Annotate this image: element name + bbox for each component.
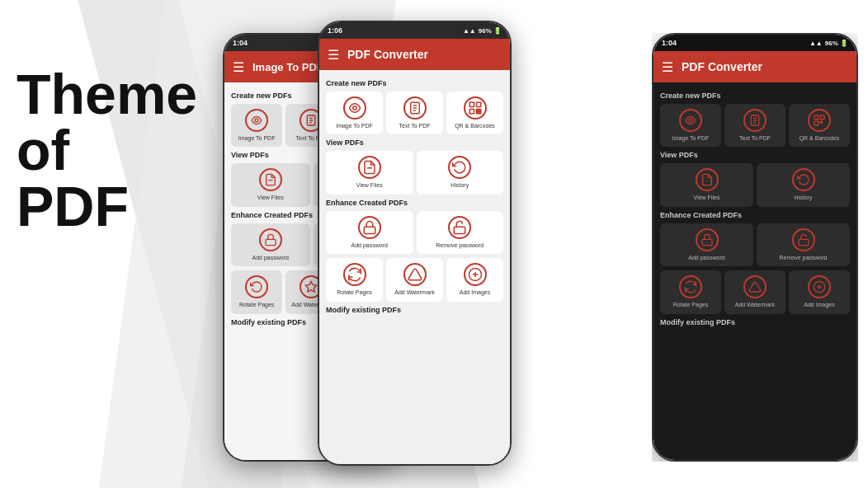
history-label-right: History bbox=[795, 195, 813, 201]
time-middle: 1:06 bbox=[328, 26, 342, 35]
add-password-icon-right bbox=[696, 228, 719, 251]
item-rotate-left[interactable]: Rotate Pages bbox=[231, 270, 282, 313]
add-images-icon-right bbox=[808, 275, 831, 298]
svg-marker-17 bbox=[306, 282, 317, 293]
watermark-icon-right bbox=[743, 275, 767, 298]
item-add-password-right[interactable]: Add password bbox=[660, 223, 753, 266]
menu-icon-middle[interactable]: ☰ bbox=[328, 47, 339, 63]
section-enhance-right: Enhance Created PDFs bbox=[660, 211, 850, 219]
grid-view-right: View Files History bbox=[660, 163, 850, 206]
section-create-middle: Create new PDFs bbox=[326, 79, 503, 87]
history-label-middle: History bbox=[451, 182, 469, 189]
battery-middle: 96% 🔋 bbox=[479, 27, 502, 35]
phone-right-screen: 1:04 ▲▲ 96% 🔋 ☰ PDF Converter Create new… bbox=[653, 35, 856, 460]
add-password-label-right: Add password bbox=[688, 255, 724, 261]
phones-container: 1:04 ▲ 96% 🔋 ☰ Image To PDF Create new P… bbox=[223, 0, 868, 488]
add-images-label-middle: Add Images bbox=[460, 289, 490, 296]
qr-label-right: QR & Barcodes bbox=[800, 135, 840, 142]
remove-password-label-middle: Remove password bbox=[436, 242, 484, 249]
item-image-pdf-right[interactable]: Image To PDF bbox=[660, 104, 721, 147]
qr-icon-right bbox=[808, 109, 831, 132]
item-watermark-right[interactable]: Add Watermark bbox=[724, 270, 785, 313]
status-icons-middle: ▲▲ 96% 🔋 bbox=[463, 27, 502, 35]
status-icons-right: ▲▲ 96% 🔋 bbox=[809, 40, 848, 47]
item-history-middle[interactable]: History bbox=[417, 151, 504, 194]
svg-point-21 bbox=[352, 106, 356, 110]
item-add-images-middle[interactable]: Add Images bbox=[446, 258, 503, 301]
item-watermark-middle[interactable]: Add Watermark bbox=[386, 258, 443, 301]
rotate-icon-left bbox=[245, 275, 268, 298]
rotate-icon-right bbox=[679, 275, 702, 298]
svg-rect-15 bbox=[266, 239, 276, 245]
section-modify-middle: Modify existing PDFs bbox=[326, 306, 503, 314]
view-files-label-right: View Files bbox=[694, 195, 720, 201]
item-add-images-right[interactable]: Add Images bbox=[789, 270, 850, 313]
view-files-label-middle: View Files bbox=[356, 182, 383, 189]
image-pdf-icon-right bbox=[679, 109, 702, 132]
remove-password-label-right: Remove password bbox=[780, 255, 828, 261]
time-left: 1:04 bbox=[233, 39, 248, 47]
watermark-icon-middle bbox=[403, 263, 427, 286]
rotate-label-middle: Rotate Pages bbox=[337, 289, 371, 296]
rotate-label-right: Rotate Pages bbox=[673, 302, 708, 308]
rotate-icon-middle bbox=[343, 263, 366, 286]
menu-icon-right[interactable]: ☰ bbox=[662, 59, 673, 75]
grid-rotate-right: Rotate Pages Add Watermark Add Images bbox=[660, 270, 850, 313]
app-title-middle: PDF Converter bbox=[347, 48, 428, 61]
rotate-label-left: Rotate Pages bbox=[239, 302, 274, 308]
item-image-pdf-middle[interactable]: Image To PDF bbox=[326, 92, 383, 134]
item-qr-middle[interactable]: QR & Barcodes bbox=[446, 92, 503, 134]
image-pdf-label-middle: Image To PDF bbox=[336, 123, 373, 129]
svg-rect-31 bbox=[476, 112, 478, 114]
svg-rect-32 bbox=[479, 112, 480, 114]
svg-rect-27 bbox=[476, 102, 480, 106]
item-view-files-right[interactable]: View Files bbox=[660, 163, 753, 206]
section-enhance-middle: Enhance Created PDFs bbox=[326, 199, 503, 207]
qr-label-middle: QR & Barcodes bbox=[455, 123, 495, 129]
remove-password-icon-middle bbox=[448, 216, 471, 239]
add-images-icon-middle bbox=[464, 263, 487, 286]
section-modify-right: Modify existing PDFs bbox=[660, 318, 850, 326]
item-rotate-right[interactable]: Rotate Pages bbox=[660, 270, 721, 313]
add-password-icon-middle bbox=[358, 216, 381, 239]
item-qr-right[interactable]: QR & Barcodes bbox=[789, 104, 850, 147]
phone-middle-screen: 1:06 ▲▲ 96% 🔋 ☰ PDF Converter Create new… bbox=[319, 22, 510, 464]
text-pdf-label-middle: Text To PDF bbox=[399, 123, 431, 129]
time-right: 1:04 bbox=[662, 39, 677, 47]
item-remove-password-middle[interactable]: Remove password bbox=[417, 211, 504, 254]
svg-rect-47 bbox=[820, 121, 822, 123]
app-title-right: PDF Converter bbox=[682, 60, 762, 73]
item-remove-password-right[interactable]: Remove password bbox=[757, 223, 850, 266]
watermark-label-middle: Add Watermark bbox=[394, 289, 434, 296]
remove-password-icon-right bbox=[792, 228, 815, 251]
svg-rect-28 bbox=[469, 110, 474, 114]
image-pdf-label-left: Image To PDF bbox=[238, 135, 276, 142]
svg-point-39 bbox=[689, 119, 692, 122]
item-text-pdf-right[interactable]: Text To PDF bbox=[724, 104, 785, 147]
view-files-icon-middle bbox=[358, 156, 381, 179]
grid-rotate-middle: Rotate Pages Add Watermark Add Images bbox=[326, 258, 503, 301]
grid-view-middle: View Files History bbox=[326, 151, 503, 194]
svg-rect-44 bbox=[814, 115, 818, 120]
text-pdf-icon-middle bbox=[403, 96, 427, 120]
view-files-icon-right bbox=[696, 168, 719, 191]
text-pdf-label-right: Text To PDF bbox=[739, 135, 771, 142]
app-header-middle: ☰ PDF Converter bbox=[319, 39, 510, 70]
svg-rect-35 bbox=[455, 227, 466, 233]
item-view-files-left[interactable]: View Files bbox=[231, 163, 310, 206]
svg-rect-26 bbox=[469, 102, 474, 106]
content-right: Create new PDFs Image To PDF Text To PDF bbox=[653, 82, 856, 460]
item-rotate-middle[interactable]: Rotate Pages bbox=[326, 258, 383, 301]
menu-icon-left[interactable]: ☰ bbox=[233, 59, 244, 75]
item-view-files-middle[interactable]: View Files bbox=[326, 151, 413, 194]
svg-rect-45 bbox=[820, 115, 824, 120]
item-image-pdf-left[interactable]: Image To PDF bbox=[231, 104, 282, 147]
item-history-right[interactable]: History bbox=[757, 163, 850, 206]
svg-rect-48 bbox=[702, 239, 712, 245]
item-add-password-middle[interactable]: Add password bbox=[326, 211, 413, 254]
item-text-pdf-middle[interactable]: Text To PDF bbox=[386, 92, 443, 134]
item-add-password-left[interactable]: Add password bbox=[231, 223, 310, 266]
svg-point-2 bbox=[255, 119, 258, 122]
signal-icon-middle: ▲▲ bbox=[463, 27, 476, 35]
image-pdf-icon-middle bbox=[343, 96, 366, 120]
